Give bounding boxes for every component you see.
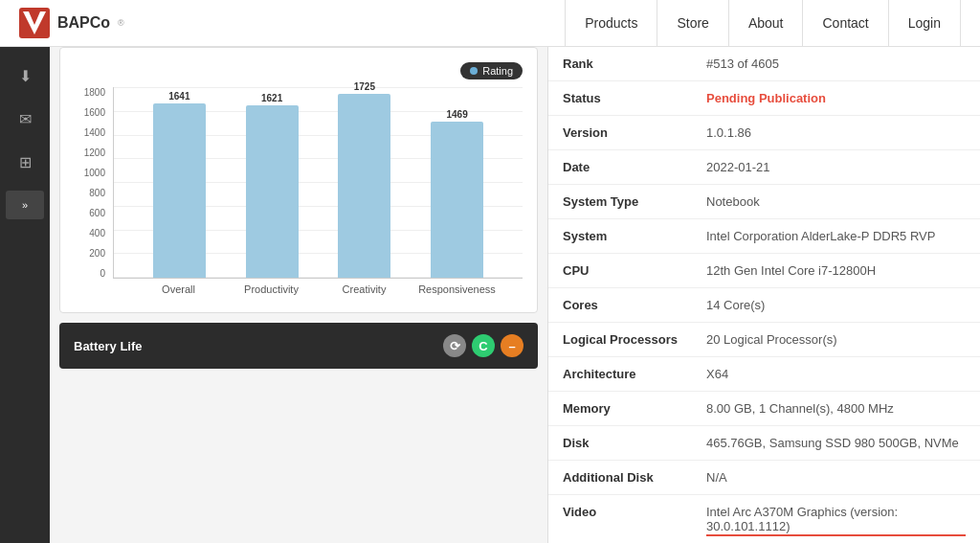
table-row: ArchitectureX64 (548, 357, 980, 392)
bar-overall: 1641 (153, 91, 206, 278)
table-row: System TypeNotebook (548, 185, 980, 219)
y-axis: 1800 1600 1400 1200 1000 800 600 400 200… (75, 87, 113, 279)
chart-inner: 1800 1600 1400 1200 1000 800 600 400 200… (75, 87, 523, 279)
left-panel: Rating 1800 1600 1400 1200 1000 800 600 (50, 47, 547, 543)
legend-label: Rating (482, 65, 513, 77)
table-row: Date2022-01-21 (548, 150, 980, 185)
info-label: CPU (548, 254, 692, 288)
battery-btn-green[interactable]: C (472, 334, 495, 357)
info-label: Additional Disk (548, 461, 692, 495)
bar-rect-overall (153, 103, 206, 278)
nav-about[interactable]: About (728, 0, 803, 47)
chart-body: 1641 1621 1725 (113, 87, 523, 279)
info-value: 12th Gen Intel Core i7-12800H (692, 254, 980, 288)
info-label: Memory (548, 392, 692, 426)
sidebar-grid-icon[interactable]: ⊞ (6, 143, 44, 181)
bar-value-overall: 1641 (168, 91, 189, 102)
info-label: Disk (548, 426, 692, 461)
info-value: 20 Logical Processor(s) (692, 323, 980, 357)
legend-rating: Rating (460, 62, 523, 79)
right-panel: Rank#513 of 4605StatusPending Publicatio… (547, 47, 980, 543)
x-label-overall: Overall (132, 283, 225, 295)
info-value: 1.0.1.86 (692, 116, 980, 150)
y-label: 1400 (84, 127, 105, 138)
nav-products[interactable]: Products (565, 0, 657, 47)
battery-controls: ⟳ C – (443, 334, 523, 357)
info-value: Intel Arc A370M Graphics (version: 30.0.… (692, 495, 980, 544)
table-row: Memory8.00 GB, 1 Channel(s), 4800 MHz (548, 392, 980, 426)
table-row: Cores14 Core(s) (548, 288, 980, 323)
sidebar-mail-icon[interactable]: ✉ (6, 100, 44, 138)
info-value: 14 Core(s) (692, 288, 980, 323)
info-label: Logical Processors (548, 323, 692, 357)
bar-chart: 1800 1600 1400 1200 1000 800 600 400 200… (75, 87, 523, 298)
bar-productivity: 1621 (246, 93, 299, 278)
status-pending: Pending Publication (706, 91, 826, 105)
battery-card: Battery Life ⟳ C – (59, 323, 538, 369)
y-label: 1800 (84, 87, 105, 98)
table-row: SystemIntel Corporation AlderLake-P DDR5… (548, 219, 980, 254)
table-row: StatusPending Publication (548, 81, 980, 116)
legend-dot (470, 67, 478, 75)
info-table: Rank#513 of 4605StatusPending Publicatio… (548, 47, 980, 543)
info-label: Date (548, 150, 692, 185)
y-label: 200 (89, 248, 105, 259)
bar-value-creativity: 1725 (354, 81, 375, 92)
content-area: Rating 1800 1600 1400 1200 1000 800 600 (50, 47, 980, 543)
battery-title: Battery Life (74, 339, 143, 353)
bar-responsiveness: 1469 (431, 109, 483, 278)
table-row: Logical Processors20 Logical Processor(s… (548, 323, 980, 357)
info-value: Pending Publication (692, 81, 980, 116)
info-value: Notebook (692, 185, 980, 219)
info-label: System Type (548, 185, 692, 219)
nav-login[interactable]: Login (888, 0, 961, 47)
battery-btn-orange[interactable]: – (501, 334, 523, 357)
info-value: Intel Corporation AlderLake-P DDR5 RVP (692, 219, 980, 254)
sidebar: ⬇ ✉ ⊞ » (0, 47, 50, 543)
table-row: CPU12th Gen Intel Core i7-12800H (548, 254, 980, 288)
x-label-productivity: Productivity (225, 283, 318, 295)
info-value: 465.76GB, Samsung SSD 980 500GB, NVMe (692, 426, 980, 461)
logo-area: BAPCo ® (19, 8, 124, 38)
info-value: X64 (692, 357, 980, 392)
top-navigation: BAPCo ® Products Store About Contact Log… (0, 0, 980, 47)
y-label: 600 (89, 208, 105, 218)
bar-value-responsiveness: 1469 (447, 109, 468, 120)
y-label: 800 (89, 188, 105, 198)
bar-rect-responsiveness (431, 122, 483, 278)
table-row: Version1.0.1.86 (548, 116, 980, 150)
x-labels: Overall Productivity Creativity Responsi… (75, 279, 523, 295)
y-label: 1200 (84, 147, 105, 158)
info-label: Status (548, 81, 692, 116)
table-row: Disk465.76GB, Samsung SSD 980 500GB, NVM… (548, 426, 980, 461)
info-label: Version (548, 116, 692, 150)
info-label: Video (548, 495, 692, 544)
x-label-responsiveness: Responsiveness (411, 283, 503, 295)
video-value: Intel Arc A370M Graphics (version: 30.0.… (706, 505, 966, 536)
info-label: Rank (548, 47, 692, 81)
chart-legend: Rating (75, 62, 523, 79)
info-label: Cores (548, 288, 692, 323)
y-label: 400 (89, 228, 105, 238)
sidebar-download-icon[interactable]: ⬇ (6, 57, 44, 95)
bar-rect-creativity (338, 94, 390, 278)
chart-card: Rating 1800 1600 1400 1200 1000 800 600 (59, 47, 538, 313)
y-label: 1000 (84, 168, 105, 178)
nav-contact[interactable]: Contact (802, 0, 887, 47)
logo-text: BAPCo (57, 14, 110, 32)
nav-links: Products Store About Contact Login (565, 0, 961, 47)
info-label: Architecture (548, 357, 692, 392)
sidebar-expand-button[interactable]: » (6, 191, 44, 219)
table-row: Rank#513 of 4605 (548, 47, 980, 81)
nav-store[interactable]: Store (657, 0, 727, 47)
bars-container: 1641 1621 1725 (114, 87, 523, 278)
main-layout: ⬇ ✉ ⊞ » Rating 1800 1600 (0, 47, 980, 543)
info-value: N/A (692, 461, 980, 495)
info-value: 2022-01-21 (692, 150, 980, 185)
bar-value-productivity: 1621 (261, 93, 282, 103)
battery-btn-gray[interactable]: ⟳ (443, 334, 466, 357)
table-row: Additional DiskN/A (548, 461, 980, 495)
info-value: 8.00 GB, 1 Channel(s), 4800 MHz (692, 392, 980, 426)
table-row: VideoIntel Arc A370M Graphics (version: … (548, 495, 980, 544)
bapco-logo (19, 8, 50, 38)
